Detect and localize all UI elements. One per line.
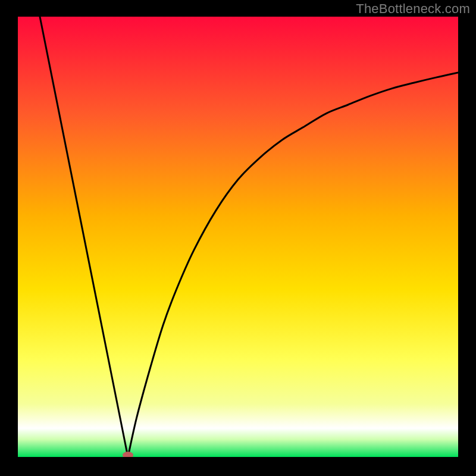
chart-plot-area — [18, 17, 458, 457]
watermark-text: TheBottleneck.com — [356, 1, 470, 17]
chart-svg — [18, 17, 458, 457]
chart-frame: TheBottleneck.com — [0, 0, 476, 476]
